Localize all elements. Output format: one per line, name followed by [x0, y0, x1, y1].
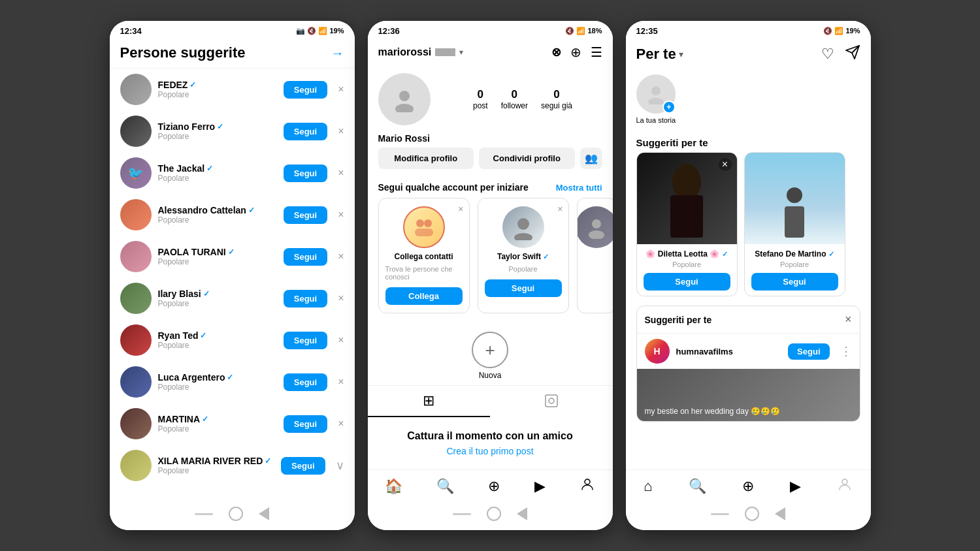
reels-nav-icon[interactable]: ▶	[534, 478, 546, 495]
segui-button-ryan[interactable]: Segui	[284, 332, 327, 349]
my-story[interactable]: + La tua storia	[636, 74, 676, 124]
menu-icon[interactable]: ☰	[591, 44, 602, 60]
tab-grid-icon[interactable]: ⊞	[368, 386, 491, 417]
dropdown-arrow-icon[interactable]: ▾	[459, 48, 463, 57]
stat-follower[interactable]: 0 follower	[501, 88, 528, 110]
new-post-button[interactable]: +	[472, 332, 508, 368]
segui-button-argentero[interactable]: Segui	[284, 373, 327, 391]
verified-icon: ✓	[722, 250, 728, 258]
spacer	[626, 422, 871, 469]
home-nav-icon-3[interactable]: ⌂	[644, 478, 652, 495]
segui-button-diletta[interactable]: Segui	[644, 273, 730, 291]
crea-link[interactable]: Crea il tuo primo post	[446, 446, 533, 456]
camera-icon: 📷	[296, 27, 305, 35]
modifica-profilo-button[interactable]: Modifica profilo	[378, 148, 474, 169]
sug-card-name-diletta: 🌸 Diletta Leotta 🌸 ✓	[645, 249, 727, 259]
tab-tagged-icon[interactable]	[490, 386, 613, 417]
search-nav-icon[interactable]: 🔍	[436, 478, 454, 495]
search-nav-icon-3[interactable]: 🔍	[689, 478, 706, 495]
person-info: Ryan Ted ✓ Popolare	[158, 330, 277, 350]
profile-buttons: Modifica profilo Condividi profilo 👥	[368, 148, 613, 177]
stat-following[interactable]: 0 segui già	[541, 88, 572, 110]
suggestions-scroll: × Collega contatti Trova le persone che …	[368, 198, 613, 321]
add-nav-icon[interactable]: ⊕	[488, 478, 500, 495]
follower-label: follower	[501, 101, 528, 110]
verified-icon: ✓	[203, 289, 210, 298]
threads-icon[interactable]: ⊗	[551, 45, 561, 59]
add-person-button[interactable]: 👥	[580, 148, 602, 169]
svg-point-11	[585, 479, 590, 484]
nav-pill-icon	[711, 513, 729, 515]
close-icon[interactable]: ×	[338, 125, 344, 137]
segui-button-stefano[interactable]: Segui	[751, 273, 838, 291]
verified-icon: ✓	[227, 373, 233, 382]
person-item: Ryan Ted ✓ Popolare Segui ×	[110, 319, 355, 361]
collega-button[interactable]: Collega	[385, 287, 463, 305]
segui-button-martina[interactable]: Segui	[284, 415, 327, 433]
suggestion-card-mahm	[577, 198, 613, 313]
status-icons-3: 🔇 📶 19%	[823, 27, 860, 35]
person-sub-fedez: Popolare	[158, 90, 277, 99]
s2-follow-button[interactable]: Segui	[788, 343, 829, 360]
segui-button-turani[interactable]: Segui	[284, 248, 327, 266]
chevron-down-icon[interactable]: ∨	[336, 458, 344, 473]
s2-more-icon[interactable]: ⋮	[840, 344, 852, 358]
close-icon-taylor[interactable]: ×	[557, 204, 563, 214]
avatar-xila	[120, 450, 152, 481]
suggeriti2-header: Suggeriti per te ×	[637, 306, 860, 333]
add-icon[interactable]: ⊕	[570, 44, 581, 60]
person-item: PAOLA TURANI ✓ Popolare Segui ×	[110, 236, 355, 277]
heart-icon[interactable]: ♡	[821, 46, 834, 63]
segui-button-taylor[interactable]: Segui	[485, 279, 562, 297]
status-icons-2: 🔇 📶 18%	[565, 27, 602, 35]
mostra-tutti-link[interactable]: Mostra tutti	[556, 183, 602, 193]
close-icon[interactable]: ×	[338, 251, 344, 262]
close-icon[interactable]: ×	[338, 292, 344, 304]
segui-button-blasi[interactable]: Segui	[284, 290, 327, 307]
reels-nav-icon-3[interactable]: ▶	[790, 478, 801, 495]
close-icon-suggeriti2[interactable]: ×	[845, 313, 852, 326]
avatar-martina	[120, 408, 152, 439]
suggeriti2-title: Suggeriti per te	[645, 315, 712, 325]
close-icon[interactable]: ×	[338, 167, 344, 179]
person-name: Tiziano Ferro ✓	[158, 121, 277, 132]
close-icon-diletta[interactable]: ×	[719, 158, 732, 171]
person-name: XILA MARIA RIVER RED ✓	[158, 456, 275, 466]
profile-nav-icon-3[interactable]	[837, 477, 853, 496]
nav-circle-icon	[229, 507, 243, 521]
add-nav-icon-3[interactable]: ⊕	[742, 478, 754, 495]
condividi-profilo-button[interactable]: Condividi profilo	[479, 148, 575, 169]
person-info: Luca Argentero ✓ Popolare	[158, 372, 277, 392]
profile-tabs: ⊞	[368, 385, 613, 417]
close-icon[interactable]: ×	[338, 209, 344, 221]
svg-point-0	[399, 91, 410, 101]
home-nav-icon[interactable]: 🏠	[385, 478, 402, 495]
phone-2: 12:36 🔇 📶 18% mariorossi ■■■■ ▾ ⊗ ⊕ ☰	[368, 21, 613, 530]
close-icon[interactable]: ×	[338, 334, 344, 346]
status-icons-1: 📷 🔇 📶 19%	[296, 27, 344, 35]
stat-post[interactable]: 0 post	[473, 88, 488, 110]
segui-button-xila[interactable]: Segui	[281, 457, 325, 475]
segui-button-tiziano[interactable]: Segui	[284, 123, 327, 140]
mute-icon: 🔇	[565, 27, 574, 35]
person-sub: Popolare	[158, 341, 277, 350]
profile-nav-icon[interactable]	[580, 477, 595, 496]
person-name: Alessandro Cattelan ✓	[158, 205, 277, 215]
perte-dropdown-icon[interactable]: ▾	[679, 49, 683, 59]
svg-point-5	[517, 218, 529, 230]
close-icon-fedez[interactable]: ×	[338, 84, 344, 95]
verified-icon: ✓	[189, 80, 196, 89]
send-icon[interactable]	[845, 44, 860, 64]
segui-button-jackal[interactable]: Segui	[284, 165, 327, 182]
person-info: Tiziano Ferro ✓ Popolare	[158, 121, 277, 141]
avatar-cattelan	[120, 199, 152, 230]
close-icon[interactable]: ×	[338, 376, 344, 388]
segui-button-cattelan[interactable]: Segui	[284, 206, 327, 224]
suggestion-card-connect: × Collega contatti Trova le persone che …	[378, 198, 470, 313]
verified-icon: ✓	[228, 247, 235, 257]
segui-button-fedez[interactable]: Segui	[284, 81, 327, 99]
close-icon-connect[interactable]: ×	[458, 204, 463, 214]
stats-row: 0 post 0 follower 0 segui già	[444, 88, 602, 110]
close-icon[interactable]: ×	[338, 418, 344, 430]
arrow-right-icon[interactable]: →	[331, 46, 344, 61]
